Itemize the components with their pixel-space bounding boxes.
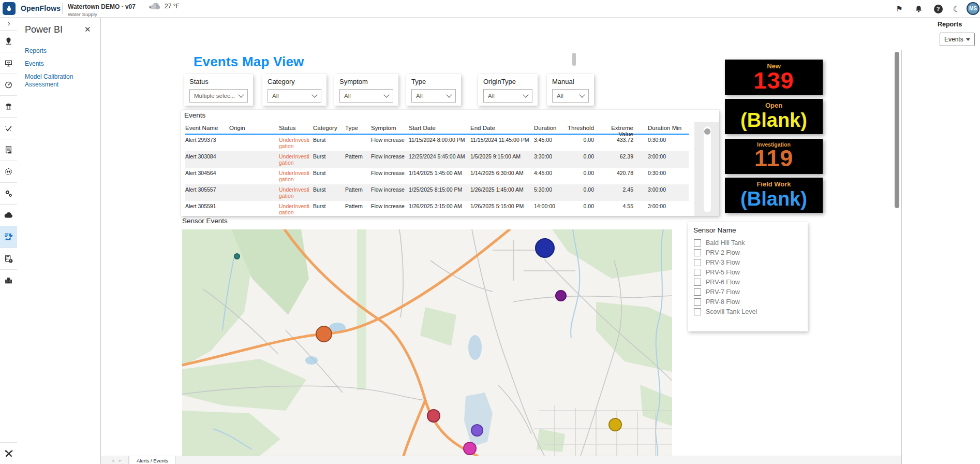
table-row[interactable]: Alert 304564UnderInvestigationBurstFlow … xyxy=(185,168,689,184)
rail-item-scada[interactable] xyxy=(0,52,17,74)
map-event-point[interactable] xyxy=(535,238,555,258)
slicer-value: All xyxy=(416,93,423,99)
help-button[interactable]: ? xyxy=(932,4,944,14)
avatar[interactable]: MS xyxy=(967,2,979,15)
slicer-value: All xyxy=(557,93,563,99)
kpi-card-open[interactable]: Open (Blank) xyxy=(725,99,823,134)
rail-item-calculation[interactable] xyxy=(0,248,17,270)
checkbox[interactable] xyxy=(694,259,701,266)
chevron-down-icon xyxy=(238,92,244,97)
col-header[interactable]: Threshold xyxy=(563,122,599,134)
col-header[interactable]: Extreme Value xyxy=(599,122,648,134)
map-event-point[interactable] xyxy=(471,424,483,437)
col-header[interactable]: Symptom xyxy=(371,122,409,134)
sensor-item[interactable]: PRV-7 Flow xyxy=(694,287,740,296)
map-event-point[interactable] xyxy=(608,418,622,431)
rail-item-map[interactable] xyxy=(0,30,17,52)
chevron-down-icon xyxy=(383,92,389,97)
flag-button[interactable]: ⚑ xyxy=(894,4,905,14)
table-row[interactable]: Alert 305591UnderInvestigationBurstPatte… xyxy=(185,201,689,214)
col-header[interactable]: End Date xyxy=(470,122,534,134)
checkbox[interactable] xyxy=(694,298,701,306)
rail-item-tank[interactable] xyxy=(0,95,17,118)
kpi-card-new[interactable]: New 139 xyxy=(725,60,823,95)
rail-expand-button[interactable] xyxy=(0,17,17,31)
map-event-point[interactable] xyxy=(234,253,240,259)
cloud-icon xyxy=(150,3,161,10)
sensor-item[interactable]: PRV-6 Flow xyxy=(694,278,740,286)
main-scrollbar-thumb[interactable] xyxy=(895,52,899,208)
panel-title: Power BI xyxy=(25,24,63,35)
reports-picker-dropdown[interactable]: Events xyxy=(940,33,975,46)
chevron-down-icon xyxy=(311,92,317,97)
rail-item-powerbi-reports[interactable] xyxy=(0,226,17,248)
slicer-dropdown-type[interactable]: All xyxy=(411,89,456,103)
checkbox[interactable] xyxy=(694,308,701,315)
prev-page-arrow[interactable]: ◃ xyxy=(111,458,114,463)
sensor-item[interactable]: PRV-8 Flow xyxy=(694,297,740,306)
kpi-card-fieldwork[interactable]: Field Work (Blank) xyxy=(725,178,823,213)
close-icon[interactable]: ✕ xyxy=(84,25,91,34)
col-header[interactable]: Category xyxy=(313,122,345,134)
sensor-item[interactable]: Scovill Tank Level xyxy=(694,307,757,316)
slicer-dropdown-category[interactable]: All xyxy=(268,89,321,103)
rail-item-validation[interactable] xyxy=(0,117,17,139)
slicer-dropdown-origintype[interactable]: All xyxy=(483,89,532,103)
theme-toggle-button[interactable]: ☾ xyxy=(951,4,962,14)
rail-item-cloud[interactable] xyxy=(0,204,17,226)
table-scrollbar-track[interactable] xyxy=(704,126,711,212)
col-header[interactable]: Start Date xyxy=(409,122,470,134)
col-header[interactable]: Duration xyxy=(534,122,563,134)
sensor-label: PRV-7 Flow xyxy=(706,288,740,296)
rail-item-report-warning[interactable] xyxy=(0,139,17,161)
slicer-dropdown-manual[interactable]: All xyxy=(552,89,589,103)
report-scrollbar-thumb[interactable] xyxy=(572,53,576,66)
map-event-point[interactable] xyxy=(316,326,332,342)
checkbox[interactable] xyxy=(694,239,701,247)
table-row[interactable]: Alert 303084UnderInvestigationBurstPatte… xyxy=(185,151,689,168)
checkbox[interactable] xyxy=(694,288,701,296)
next-page-arrow[interactable]: ▹ xyxy=(119,458,122,463)
checkbox[interactable] xyxy=(694,279,701,286)
top-app-bar: OpenFlows Watertown DEMO - v07▾ Water Su… xyxy=(0,0,980,18)
map-event-point[interactable] xyxy=(555,290,567,301)
page-tab-alerts-events[interactable]: Alerts / Events xyxy=(129,456,176,464)
model-name: Watertown DEMO - v07 xyxy=(68,3,136,10)
notifications-button[interactable] xyxy=(913,4,924,14)
sensor-item[interactable]: Bald Hill Tank xyxy=(694,238,745,247)
col-header[interactable]: Type xyxy=(345,122,371,134)
kpi-card-investigation[interactable]: Investigation 119 xyxy=(725,139,823,174)
slicer-category: Category All xyxy=(262,74,326,106)
map-event-point[interactable] xyxy=(463,442,477,455)
panel-link-model-calibration[interactable]: Model Calibration Assessment xyxy=(25,73,92,89)
sensor-item[interactable]: PRV-5 Flow xyxy=(694,268,740,277)
sensor-item[interactable]: PRV-3 Flow xyxy=(694,258,740,267)
col-header[interactable]: Duration Min xyxy=(648,122,689,134)
rail-item-gauge[interactable] xyxy=(0,74,17,96)
slicer-dropdown-symptom[interactable]: All xyxy=(339,89,393,103)
openflows-logo-icon xyxy=(3,2,16,15)
col-header[interactable]: Origin xyxy=(229,122,279,134)
rail-item-valve[interactable] xyxy=(0,161,17,183)
checkbox[interactable] xyxy=(694,269,701,276)
events-table-visual: Events Event Name Origin Status Category… xyxy=(181,110,719,216)
rail-item-tools[interactable] xyxy=(0,442,17,464)
col-header[interactable]: Status xyxy=(279,122,313,134)
panel-link-events[interactable]: Events xyxy=(25,60,92,68)
rail-item-settings[interactable] xyxy=(0,182,17,205)
model-selector[interactable]: Watertown DEMO - v07▾ Water Supply xyxy=(68,2,151,17)
sensor-item[interactable]: PRV-2 Flow xyxy=(694,248,740,257)
table-scrollbar-thumb[interactable] xyxy=(704,128,710,135)
checkbox[interactable] xyxy=(694,249,701,256)
col-header[interactable]: Event Name xyxy=(185,122,229,134)
map-event-point[interactable] xyxy=(427,409,440,423)
slicer-dropdown-status[interactable]: Multiple selec... xyxy=(189,89,248,103)
rail-item-facility[interactable] xyxy=(0,269,17,291)
chevron-down-icon xyxy=(446,92,452,97)
slicer-label: Status xyxy=(189,78,209,85)
sensor-events-map[interactable] xyxy=(182,229,672,456)
slicer-value: All xyxy=(272,93,279,99)
table-row[interactable]: Alert 305557UnderInvestigationBurstPatte… xyxy=(185,184,689,201)
panel-link-reports[interactable]: Reports xyxy=(25,47,92,55)
table-row[interactable]: Alert 299373UnderInvestigationBurstFlow … xyxy=(185,135,689,151)
